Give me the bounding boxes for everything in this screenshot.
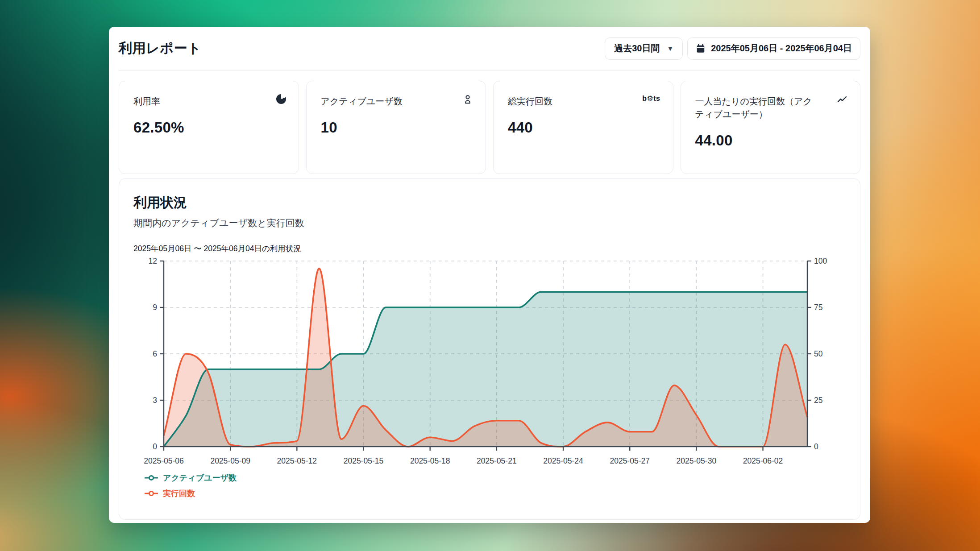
stat-card-usage-rate: 利用率 62.50% <box>119 81 299 174</box>
date-range-label: 2025年05月06日 - 2025年06月04日 <box>711 42 852 54</box>
svg-text:2025-05-27: 2025-05-27 <box>610 456 650 465</box>
header-controls: 過去30日間 ▼ 2025年05月06日 - 2025年06月04日 <box>605 37 860 60</box>
svg-text:2025-06-02: 2025-06-02 <box>743 456 783 465</box>
stat-cards-row: 利用率 62.50% アクティブユーザ数 10 総実行回数 b⚙ts 440 一… <box>119 81 860 174</box>
svg-text:3: 3 <box>153 396 157 405</box>
usage-report-panel: 利用レポート 過去30日間 ▼ 2025年05月06日 - 2025年06月04… <box>109 27 870 523</box>
svg-text:2025-05-12: 2025-05-12 <box>277 456 317 465</box>
svg-text:2025-05-06: 2025-05-06 <box>144 456 184 465</box>
svg-text:0: 0 <box>153 442 157 451</box>
svg-text:75: 75 <box>814 303 822 312</box>
stat-label: 一人当たりの実行回数（アクティブユーザー） <box>695 95 846 121</box>
svg-text:9: 9 <box>153 303 157 312</box>
svg-text:2025-05-21: 2025-05-21 <box>477 456 517 465</box>
stat-value: 62.50% <box>133 119 284 136</box>
trend-line-icon <box>837 94 847 107</box>
svg-text:6: 6 <box>153 349 157 358</box>
panel-header: 利用レポート 過去30日間 ▼ 2025年05月06日 - 2025年06月04… <box>119 27 860 70</box>
usage-section-subtitle: 期間内のアクティブユーザ数と実行回数 <box>133 217 846 229</box>
page-title: 利用レポート <box>119 39 201 58</box>
legend-marker-orange <box>144 490 158 497</box>
date-range-picker[interactable]: 2025年05月06日 - 2025年06月04日 <box>687 37 860 60</box>
legend-item-executions[interactable]: 実行回数 <box>144 488 846 499</box>
stat-value: 440 <box>508 119 659 136</box>
period-dropdown-label: 過去30日間 <box>614 42 660 54</box>
stat-card-active-users: アクティブユーザ数 10 <box>306 81 486 174</box>
chevron-down-icon: ▼ <box>667 45 673 52</box>
usage-status-card: 利用状況 期間内のアクティブユーザ数と実行回数 2025年05月06日 〜 20… <box>119 178 860 520</box>
svg-text:2025-05-15: 2025-05-15 <box>344 456 384 465</box>
stat-label: アクティブユーザ数 <box>321 95 472 108</box>
svg-text:2025-05-24: 2025-05-24 <box>543 456 583 465</box>
chart-title: 2025年05月06日 〜 2025年06月04日の利用状況 <box>133 243 846 254</box>
svg-text:100: 100 <box>814 257 827 265</box>
calendar-icon <box>696 44 706 54</box>
stat-label: 総実行回数 <box>508 95 659 108</box>
svg-text:2025-05-30: 2025-05-30 <box>677 456 717 465</box>
legend-item-active-users[interactable]: アクティブユーザ数 <box>144 472 846 483</box>
stat-card-total-runs: 総実行回数 b⚙ts 440 <box>493 81 673 174</box>
svg-text:50: 50 <box>814 349 823 358</box>
svg-text:2025-05-18: 2025-05-18 <box>410 456 450 465</box>
stat-card-runs-per-user: 一人当たりの実行回数（アクティブユーザー） 44.00 <box>681 81 861 174</box>
stat-label: 利用率 <box>133 95 284 108</box>
svg-text:2025-05-09: 2025-05-09 <box>210 456 250 465</box>
svg-text:12: 12 <box>149 257 157 265</box>
usage-section-title: 利用状況 <box>133 194 846 212</box>
usage-chart[interactable]: 03691202550751002025-05-062025-05-092025… <box>126 257 836 466</box>
svg-text:25: 25 <box>814 396 822 405</box>
legend-marker-teal <box>144 475 158 481</box>
stat-value: 44.00 <box>695 132 846 149</box>
legend-label: 実行回数 <box>163 488 195 499</box>
chart-legend: アクティブユーザ数 実行回数 <box>144 472 846 499</box>
period-dropdown[interactable]: 過去30日間 ▼ <box>605 37 683 60</box>
user-icon <box>462 94 473 107</box>
pie-chart-icon <box>276 94 286 104</box>
legend-label: アクティブユーザ数 <box>163 472 237 483</box>
svg-text:0: 0 <box>814 442 818 451</box>
bots-logo-icon: b⚙ts <box>642 94 660 103</box>
stat-value: 10 <box>321 119 472 136</box>
